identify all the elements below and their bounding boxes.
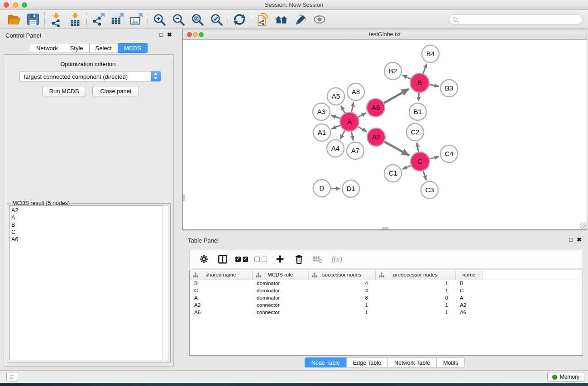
mcds-result-item[interactable]: B bbox=[11, 221, 163, 229]
criterion-dropdown[interactable]: largest connected component (directed) bbox=[19, 71, 161, 81]
close-table-panel-icon[interactable]: ✖ bbox=[577, 237, 582, 243]
tab-mcds[interactable]: MCDS bbox=[118, 43, 148, 53]
tab-network-table[interactable]: Network Table bbox=[387, 357, 436, 367]
result-scrollbar[interactable] bbox=[163, 205, 168, 360]
graph-node-D1[interactable]: D1 bbox=[342, 180, 359, 197]
graph-edge-B-B1[interactable] bbox=[418, 92, 419, 101]
close-panel-button[interactable]: Close panel bbox=[92, 86, 139, 96]
zoom-fit-icon[interactable] bbox=[188, 11, 207, 28]
graph-node-A2[interactable]: A2 bbox=[367, 128, 385, 146]
graph-node-A6[interactable]: A6 bbox=[367, 99, 385, 117]
mcds-result-item[interactable]: A bbox=[11, 214, 163, 221]
graph-edge-A-A6[interactable] bbox=[358, 113, 366, 117]
import-network-icon[interactable] bbox=[47, 11, 66, 28]
graph-edge-A-A7[interactable] bbox=[351, 131, 353, 141]
graph-node-A7[interactable]: A7 bbox=[347, 142, 364, 159]
graph-edge-A-A5[interactable] bbox=[341, 105, 345, 113]
cell-MCDS-role[interactable]: dominator bbox=[252, 287, 308, 294]
mcds-result-item[interactable]: A6 bbox=[11, 236, 163, 243]
cell-successor-nodes[interactable]: 8 bbox=[308, 294, 375, 301]
cell-name[interactable]: A bbox=[455, 294, 483, 301]
graph-edge-C-C4[interactable] bbox=[429, 157, 439, 159]
tab-style[interactable]: Style bbox=[64, 43, 89, 53]
settings-gear-icon[interactable] bbox=[194, 251, 213, 267]
open-file-icon[interactable] bbox=[5, 11, 24, 28]
graph-node-C1[interactable]: C1 bbox=[384, 165, 402, 182]
add-column-icon[interactable] bbox=[270, 251, 289, 267]
export-table-icon[interactable] bbox=[108, 11, 127, 28]
tab-select[interactable]: Select bbox=[89, 43, 118, 53]
graph-node-C3[interactable]: C3 bbox=[421, 181, 438, 199]
cell-predecessor-nodes[interactable]: 1 bbox=[375, 301, 455, 309]
cell-name[interactable]: A6 bbox=[455, 309, 483, 316]
cell-MCDS-role[interactable]: connector bbox=[252, 301, 308, 309]
home-icon[interactable] bbox=[272, 11, 291, 28]
graph-node-A[interactable]: A bbox=[340, 112, 359, 131]
graph-edge-C-C1[interactable] bbox=[402, 165, 411, 169]
deselect-all-checkboxes-icon[interactable] bbox=[251, 251, 270, 267]
cell-shared-name[interactable]: B bbox=[190, 280, 252, 287]
graph-node-A4[interactable]: A4 bbox=[327, 140, 344, 157]
tab-edge-table[interactable]: Edge Table bbox=[346, 357, 387, 367]
export-image-icon[interactable] bbox=[127, 11, 146, 28]
graph-node-A5[interactable]: A5 bbox=[327, 88, 344, 105]
graph-node-A8[interactable]: A8 bbox=[347, 83, 364, 100]
zoom-selected-icon[interactable] bbox=[207, 11, 226, 28]
column-header-predecessor-nodes[interactable]: predecessor nodes bbox=[375, 270, 455, 280]
vertical-scroll-indicator[interactable] bbox=[183, 195, 185, 201]
delete-column-trash-icon[interactable] bbox=[289, 251, 308, 267]
show-hide-eye-icon[interactable] bbox=[310, 11, 329, 28]
graph-node-C2[interactable]: C2 bbox=[406, 124, 424, 141]
column-header-MCDS-role[interactable]: MCDS role bbox=[252, 270, 308, 280]
cell-successor-nodes[interactable]: 1 bbox=[308, 309, 375, 316]
cell-shared-name[interactable]: C bbox=[190, 287, 252, 294]
graph-edge-B-B2[interactable] bbox=[402, 75, 411, 79]
graph-edge-B-B4[interactable] bbox=[423, 64, 427, 74]
graph-edge-A-A8[interactable] bbox=[351, 102, 354, 112]
zoom-in-icon[interactable] bbox=[150, 11, 169, 28]
graph-edge-B-B3[interactable] bbox=[429, 85, 439, 86]
refresh-icon[interactable] bbox=[230, 11, 249, 28]
save-session-icon[interactable] bbox=[24, 11, 43, 28]
network-graph[interactable]: B4B2BB3B1A5A8A6A3AA1A4A7A2C2CC4C1C3DD1 bbox=[183, 40, 587, 229]
table-row[interactable]: A2connector11A2 bbox=[190, 301, 582, 309]
import-table-icon[interactable] bbox=[66, 11, 85, 28]
graph-edge-A-A1[interactable] bbox=[331, 125, 340, 129]
graph-edge-A2-C[interactable] bbox=[384, 142, 409, 156]
column-layout-icon[interactable] bbox=[213, 251, 232, 267]
table-row[interactable]: A6connector11A6 bbox=[190, 309, 582, 316]
graph-edge-C-C2[interactable] bbox=[417, 143, 419, 152]
task-history-icon[interactable]: ≡ bbox=[6, 372, 17, 382]
graph-node-A3[interactable]: A3 bbox=[313, 103, 330, 120]
cell-predecessor-nodes[interactable]: 1 bbox=[375, 280, 455, 287]
cell-predecessor-nodes[interactable]: 1 bbox=[375, 287, 455, 294]
cell-name[interactable]: C bbox=[455, 287, 483, 294]
graph-node-C4[interactable]: C4 bbox=[440, 145, 458, 162]
mcds-result-item[interactable]: C bbox=[11, 229, 163, 236]
graph-edge-A-A4[interactable] bbox=[340, 130, 345, 139]
close-panel-icon[interactable]: ✖ bbox=[167, 32, 172, 38]
graph-node-B4[interactable]: B4 bbox=[422, 45, 439, 62]
column-header-successor-nodes[interactable]: successor nodes bbox=[308, 270, 375, 280]
table-row[interactable]: Cdominator41C bbox=[190, 287, 582, 294]
column-header-shared-name[interactable]: shared name bbox=[190, 270, 252, 280]
horizontal-scroll-indicator[interactable] bbox=[382, 227, 388, 229]
tab-node-table[interactable]: Node Table bbox=[305, 357, 346, 367]
cell-MCDS-role[interactable]: connector bbox=[252, 309, 308, 316]
node-table[interactable]: shared nameMCDS rolesuccessor nodesprede… bbox=[189, 270, 583, 356]
float-panel-icon[interactable]: □ bbox=[159, 32, 163, 38]
cell-successor-nodes[interactable]: 1 bbox=[308, 301, 375, 309]
cell-MCDS-role[interactable]: dominator bbox=[252, 294, 308, 301]
mcds-result-item[interactable]: A2 bbox=[11, 207, 163, 214]
memory-button[interactable]: Memory bbox=[547, 372, 584, 382]
float-table-panel-icon[interactable]: □ bbox=[569, 237, 573, 243]
graph-node-C[interactable]: C bbox=[411, 152, 430, 171]
cell-shared-name[interactable]: A2 bbox=[190, 301, 252, 309]
cell-successor-nodes[interactable]: 4 bbox=[308, 280, 375, 287]
graph-edge-A6-B[interactable] bbox=[383, 89, 409, 103]
graph-node-D[interactable]: D bbox=[313, 180, 330, 197]
export-network-icon[interactable] bbox=[89, 11, 108, 28]
tab-motifs[interactable]: Motifs bbox=[436, 357, 465, 367]
cell-predecessor-nodes[interactable]: 0 bbox=[375, 294, 455, 301]
cell-successor-nodes[interactable]: 4 bbox=[308, 287, 375, 294]
